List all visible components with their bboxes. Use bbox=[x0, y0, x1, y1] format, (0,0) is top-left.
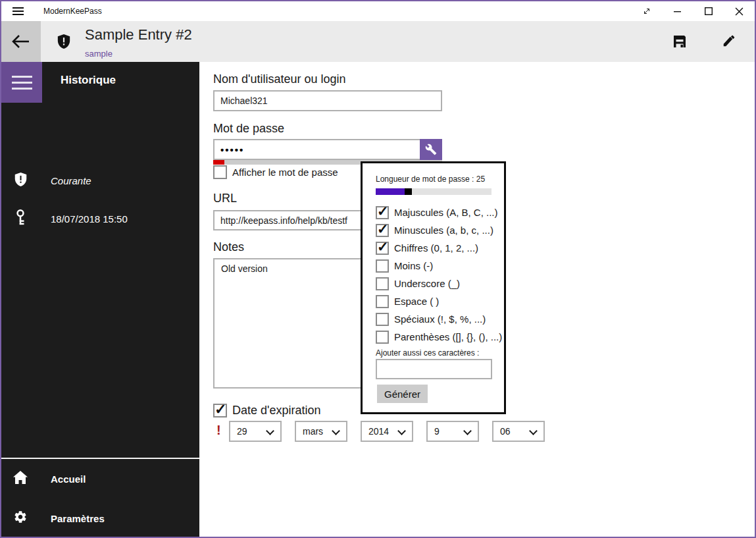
show-password-checkbox-row[interactable]: ✓ Afficher le mot de passe bbox=[213, 165, 338, 179]
gear-icon bbox=[13, 510, 28, 527]
app-window: ModernKeePass bbox=[0, 0, 756, 538]
shield-exclamation-icon bbox=[13, 172, 28, 190]
option-uppercase[interactable]: ✓ Majuscules (A, B, C, ...) bbox=[376, 203, 502, 221]
show-password-label: Afficher le mot de passe bbox=[232, 167, 338, 178]
slider-thumb[interactable] bbox=[405, 188, 412, 195]
option-label: Underscore (_) bbox=[394, 278, 460, 289]
day-value: 29 bbox=[237, 426, 247, 437]
sidebar-separator bbox=[1, 458, 199, 459]
minute-value: 06 bbox=[500, 426, 511, 437]
sidebar-item-label: Paramètres bbox=[51, 513, 105, 524]
back-button[interactable] bbox=[1, 21, 41, 62]
expiration-hour-select[interactable]: 9 bbox=[426, 421, 479, 442]
chevron-down-icon bbox=[529, 427, 538, 435]
sidebar-item-current[interactable]: Courante bbox=[1, 167, 199, 194]
space-checkbox[interactable]: ✓ bbox=[376, 295, 389, 308]
hamburger-icon bbox=[12, 76, 32, 90]
expiration-minute-select[interactable]: 06 bbox=[492, 421, 545, 442]
sidebar-hamburger-button[interactable] bbox=[1, 62, 42, 103]
lowercase-checkbox[interactable]: ✓ bbox=[376, 224, 389, 237]
back-arrow-icon bbox=[12, 34, 30, 49]
option-underscore[interactable]: ✓ Underscore (_) bbox=[376, 275, 502, 292]
app-title: ModernKeePass bbox=[43, 1, 102, 21]
option-label: Majuscules (A, B, C, ...) bbox=[394, 207, 498, 218]
chevron-down-icon bbox=[463, 427, 472, 435]
option-digits[interactable]: ✓ Chiffres (0, 1, 2, ...) bbox=[376, 239, 502, 257]
save-icon bbox=[672, 34, 688, 49]
minus-checkbox[interactable]: ✓ bbox=[376, 259, 389, 273]
password-generator-popup: Longueur de mot de passe : 25 ✓ Majuscul… bbox=[361, 161, 506, 414]
hour-value: 9 bbox=[434, 426, 440, 437]
entry-header: Sample Entry #2 sample bbox=[1, 21, 755, 62]
sidebar-item-settings[interactable]: Paramètres bbox=[1, 505, 199, 531]
expiration-month-select[interactable]: mars bbox=[295, 421, 347, 442]
entry-title: Sample Entry #2 bbox=[85, 26, 192, 43]
minimize-button[interactable] bbox=[662, 1, 693, 21]
option-special[interactable]: ✓ Spéciaux (!, $, %, ...) bbox=[376, 310, 502, 328]
sidebar-item-home[interactable]: Accueil bbox=[1, 466, 199, 492]
sidebar: Historique Courante 18/07/2018 bbox=[1, 62, 199, 537]
option-label: Moins (-) bbox=[394, 260, 433, 271]
option-label: Parenthèses ([], {}, (), ...) bbox=[394, 331, 502, 342]
password-length-label: Longueur de mot de passe : 25 bbox=[376, 175, 485, 184]
titlebar-hamburger-icon[interactable] bbox=[13, 7, 24, 15]
username-label: Nom d'utilisateur ou login bbox=[213, 72, 346, 86]
pencil-icon bbox=[722, 34, 736, 48]
password-generator-button[interactable] bbox=[420, 139, 442, 160]
special-checkbox[interactable]: ✓ bbox=[376, 313, 389, 326]
custom-chars-input[interactable] bbox=[376, 359, 492, 379]
password-label: Mot de passe bbox=[213, 122, 284, 136]
month-value: mars bbox=[303, 426, 323, 437]
brackets-checkbox[interactable]: ✓ bbox=[376, 331, 389, 344]
username-input[interactable] bbox=[213, 90, 442, 111]
expiration-checkbox-row[interactable]: ✓ Date d'expiration bbox=[213, 404, 321, 417]
maximize-icon bbox=[705, 7, 713, 15]
custom-chars-label: Ajouter aussi ces caractères : bbox=[376, 348, 479, 358]
maximize-button[interactable] bbox=[693, 1, 724, 21]
generate-button[interactable]: Générer bbox=[377, 385, 428, 403]
home-icon bbox=[13, 470, 28, 487]
wrench-icon bbox=[425, 144, 437, 155]
sidebar-item-history-entry[interactable]: 18/07/2018 15:50 bbox=[1, 205, 199, 232]
expiration-checkbox[interactable]: ✓ bbox=[213, 404, 227, 417]
sidebar-item-label: 18/07/2018 15:50 bbox=[51, 213, 128, 225]
save-button[interactable] bbox=[672, 34, 688, 52]
fullscreen-button[interactable] bbox=[631, 1, 662, 21]
close-button[interactable] bbox=[724, 1, 755, 21]
charset-options: ✓ Majuscules (A, B, C, ...) ✓ Minuscules… bbox=[376, 203, 502, 346]
password-input[interactable]: ••••• bbox=[213, 139, 420, 160]
digits-checkbox[interactable]: ✓ bbox=[376, 242, 389, 255]
edit-button[interactable] bbox=[722, 34, 736, 51]
option-space[interactable]: ✓ Espace ( ) bbox=[376, 292, 502, 310]
chevron-down-icon bbox=[332, 427, 340, 435]
expiration-day-select[interactable]: 29 bbox=[229, 421, 282, 442]
window-controls bbox=[631, 1, 755, 21]
underscore-checkbox[interactable]: ✓ bbox=[376, 277, 389, 290]
option-brackets[interactable]: ✓ Parenthèses ([], {}, (), ...) bbox=[376, 328, 502, 346]
option-label: Spéciaux (!, $, %, ...) bbox=[394, 313, 486, 325]
option-minus[interactable]: ✓ Moins (-) bbox=[376, 257, 502, 275]
year-value: 2014 bbox=[368, 426, 389, 437]
show-password-checkbox[interactable]: ✓ bbox=[213, 165, 227, 179]
option-label: Chiffres (0, 1, 2, ...) bbox=[394, 242, 478, 254]
entry-group-label[interactable]: sample bbox=[85, 49, 113, 59]
password-length-slider[interactable] bbox=[376, 188, 491, 195]
sidebar-item-label: Accueil bbox=[51, 473, 86, 485]
option-label: Minuscules (a, b, c, ...) bbox=[394, 225, 493, 236]
uppercase-checkbox[interactable]: ✓ bbox=[376, 206, 389, 219]
expiration-warning-icon: ! bbox=[216, 423, 221, 438]
sidebar-heading: Historique bbox=[61, 74, 116, 87]
titlebar: ModernKeePass bbox=[1, 1, 755, 21]
option-lowercase[interactable]: ✓ Minuscules (a, b, c, ...) bbox=[376, 221, 502, 239]
key-icon bbox=[13, 209, 28, 229]
entry-shield-icon bbox=[57, 34, 71, 52]
slider-fill bbox=[376, 188, 405, 195]
close-icon bbox=[735, 7, 743, 16]
password-strength-fill bbox=[213, 160, 224, 165]
url-label: URL bbox=[213, 192, 237, 205]
minimize-icon bbox=[674, 7, 682, 15]
option-label: Espace ( ) bbox=[394, 296, 439, 307]
chevron-down-icon bbox=[397, 427, 406, 435]
sidebar-item-label: Courante bbox=[51, 175, 91, 186]
expiration-year-select[interactable]: 2014 bbox=[361, 421, 413, 442]
